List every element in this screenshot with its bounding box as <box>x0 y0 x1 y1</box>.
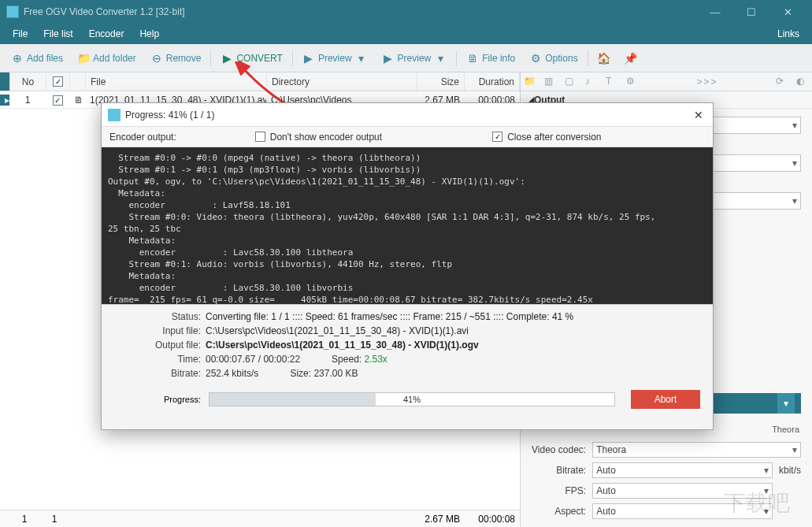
more-button[interactable]: >>> <box>647 76 768 87</box>
play-icon: ▶ <box>221 52 233 65</box>
refresh-icon[interactable]: ⟳ <box>776 76 788 88</box>
col-check[interactable]: ✓ <box>46 72 70 91</box>
aspect-select[interactable]: Auto▾ <box>592 503 773 519</box>
chevron-down-icon[interactable]: ▾ <box>777 393 795 414</box>
encoder-console[interactable]: Stream #0:0 -> #0:0 (mpeg4 (native) -> t… <box>102 147 713 305</box>
app-icon <box>6 6 19 18</box>
preview-button-1[interactable]: ▶Preview▾ <box>296 49 374 68</box>
music-icon[interactable]: ♪ <box>585 76 598 88</box>
col-size[interactable]: Size <box>417 72 465 91</box>
app-icon <box>108 109 121 121</box>
extra-icon[interactable]: ◐ <box>796 76 809 88</box>
text-icon[interactable]: T <box>606 76 618 88</box>
fileinfo-button[interactable]: 🗎File info <box>460 49 521 68</box>
pin-button[interactable]: 📌 <box>618 49 643 68</box>
encoder-output-label: Encoder output: <box>109 132 176 143</box>
play-circle-icon: ▶ <box>302 52 315 65</box>
row-checkbox[interactable]: ✓ <box>53 95 63 106</box>
status-value: Converting file: 1 / 1 :::: Speed: 61 fr… <box>206 311 700 322</box>
minimize-button[interactable]: — <box>697 0 733 24</box>
col-no[interactable]: No <box>10 72 46 91</box>
dontshow-checkbox[interactable] <box>255 132 265 142</box>
video-icon[interactable]: ▥ <box>544 76 557 88</box>
codec-select[interactable]: Theora▾ <box>592 442 801 458</box>
gear-icon: ⚙ <box>529 52 542 65</box>
progress-info: Status:Converting file: 1 / 1 :::: Speed… <box>102 305 713 385</box>
add-folder-button[interactable]: 📁Add folder <box>71 49 143 68</box>
plus-icon: ⊕ <box>11 52 24 65</box>
fps-select[interactable]: Auto▾ <box>592 483 773 499</box>
close-button[interactable]: ✕ <box>769 0 806 24</box>
play-circle-icon: ▶ <box>382 52 395 65</box>
bitrate-label: Bitrate: <box>532 465 586 476</box>
remove-button[interactable]: ⊖Remove <box>144 49 208 68</box>
preview-button-2[interactable]: ▶Preview▾ <box>376 49 454 68</box>
row-no: 1 <box>9 95 46 106</box>
checkbox-icon[interactable]: ✓ <box>53 76 63 87</box>
closeafter-checkbox[interactable]: ✓ <box>492 132 502 142</box>
dialog-title-bar[interactable]: Progress: 41% (1 / 1) ✕ <box>102 103 713 127</box>
dontshow-label: Don't show encoder output <box>270 132 382 143</box>
codec-label: Video codec: <box>532 444 586 455</box>
aspect-label: Aspect: <box>532 506 586 517</box>
menu-links[interactable]: Links <box>769 26 807 42</box>
col-icon <box>70 72 86 91</box>
progress-label: Progress: <box>114 395 201 404</box>
home-icon: 🏠 <box>598 52 610 65</box>
menu-file[interactable]: File <box>5 26 35 42</box>
options-button[interactable]: ⚙Options <box>523 49 584 68</box>
close-icon[interactable]: ✕ <box>691 109 706 121</box>
input-file-value: C:\Users\pc\Videos\1(2021_01_11_15_30_48… <box>206 325 700 336</box>
maximize-button[interactable]: ☐ <box>733 0 769 24</box>
bitrate-value: 252.4 kbits/s <box>206 368 258 379</box>
file-icon: 🗎 <box>69 95 85 106</box>
fps-label: FPS: <box>532 485 586 496</box>
size-value: 237.00 KB <box>313 368 358 379</box>
chevron-down-icon: ▾ <box>355 52 368 65</box>
folder-plus-icon: 📁 <box>77 52 90 65</box>
closeafter-label: Close after conversion <box>507 132 601 143</box>
title-bar: Free OGV Video Converter 1.2 [32-bit] — … <box>0 0 812 24</box>
abort-button[interactable]: Abort <box>631 390 700 409</box>
crop-icon[interactable]: ▢ <box>565 76 577 88</box>
menu-filelist[interactable]: File list <box>35 26 80 42</box>
menu-encoder[interactable]: Encoder <box>81 26 132 42</box>
output-file-value: C:\Users\pc\Videos\1(2021_01_11_15_30_48… <box>206 340 700 351</box>
convert-button[interactable]: ▶CONVERT <box>214 49 288 68</box>
settings-icon[interactable]: ⚙ <box>626 76 639 88</box>
dialog-title: Progress: 41% (1 / 1) <box>125 109 691 121</box>
grid-header: No ✓ File Directory Size Duration <box>0 72 520 91</box>
col-duration[interactable]: Duration <box>465 72 520 91</box>
time-value: 00:00:07.67 / 00:00:22 <box>206 354 300 365</box>
chevron-down-icon: ▾ <box>434 52 447 65</box>
col-file[interactable]: File <box>86 72 267 91</box>
home-button[interactable]: 🏠 <box>591 49 617 68</box>
output-tabs: 📁 ▥ ▢ ♪ T ⚙ >>> ⟳ ◐ <box>521 72 812 91</box>
speed-value: 2.53x <box>365 354 387 365</box>
menu-bar: File File list Encoder Help Links <box>0 24 812 44</box>
window-title: Free OGV Video Converter 1.2 [32-bit] <box>24 6 697 17</box>
toolbar: ⊕Add files 📁Add folder ⊖Remove ▶CONVERT … <box>0 44 812 72</box>
progress-bar: 41% <box>209 392 615 406</box>
pin-icon: 📌 <box>625 52 637 65</box>
remove-icon: ⊖ <box>150 52 163 65</box>
bitrate-unit: kbit/s <box>779 465 801 476</box>
col-dir[interactable]: Directory <box>267 72 417 91</box>
bitrate-select[interactable]: Auto▾ <box>592 462 773 478</box>
info-icon: 🗎 <box>466 52 479 65</box>
menu-help[interactable]: Help <box>132 26 167 42</box>
folder-icon[interactable]: 📁 <box>524 76 536 88</box>
progress-dialog: Progress: 41% (1 / 1) ✕ Encoder output: … <box>101 102 714 430</box>
totals-row: 1 1 2.67 MB 00:00:08 <box>0 510 520 527</box>
add-files-button[interactable]: ⊕Add files <box>5 49 69 68</box>
